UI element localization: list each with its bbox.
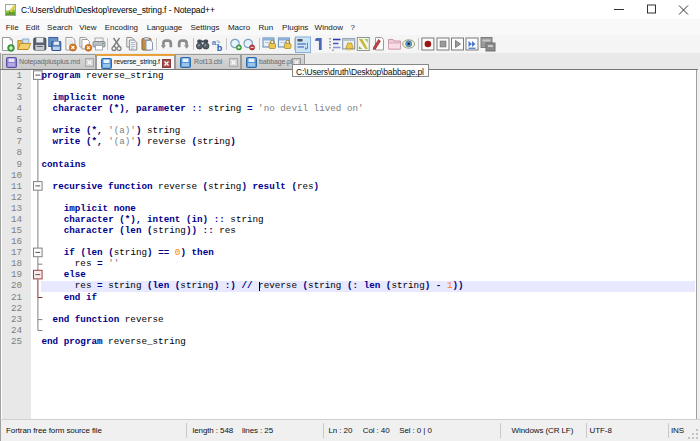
- svg-text:b: b: [217, 43, 223, 53]
